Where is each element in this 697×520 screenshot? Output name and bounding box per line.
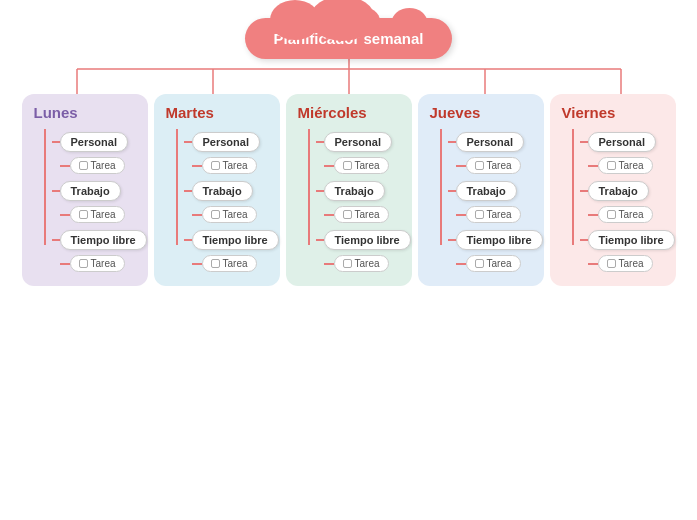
tree-lunes: Personal Tarea — [30, 129, 140, 276]
checkbox[interactable] — [211, 259, 220, 268]
tree-viernes: Personal Tarea — [558, 129, 668, 276]
main-title-cloud: Planificador semanal — [245, 18, 451, 59]
checkbox[interactable] — [343, 210, 352, 219]
day-title-viernes: Viernes — [558, 104, 616, 121]
task-tiempolibre-miercoles[interactable]: Tarea — [334, 255, 389, 272]
tree-miercoles: Personal Tarea — [294, 129, 404, 276]
day-title-lunes: Lunes — [30, 104, 78, 121]
task-personal-miercoles[interactable]: Tarea — [334, 157, 389, 174]
checkbox[interactable] — [607, 259, 616, 268]
task-trabajo-viernes[interactable]: Tarea — [598, 206, 653, 223]
node-trabajo: Trabajo — [60, 181, 121, 201]
checkbox[interactable] — [211, 210, 220, 219]
branch-personal-lunes: Personal Tarea — [38, 129, 128, 178]
node-trabajo-martes: Trabajo — [192, 181, 253, 201]
task-trabajo-martes[interactable]: Tarea — [202, 206, 257, 223]
task-trabajo-miercoles[interactable]: Tarea — [334, 206, 389, 223]
checkbox[interactable] — [475, 210, 484, 219]
day-title-martes: Martes — [162, 104, 214, 121]
node-tiempolibre-viernes: Tiempo libre — [588, 230, 675, 250]
columns-wrapper: Lunes Personal — [0, 94, 697, 286]
node-tiempolibre: Tiempo libre — [60, 230, 147, 250]
task-tiempolibre-lunes[interactable]: Tarea — [70, 255, 125, 272]
checkbox[interactable] — [607, 161, 616, 170]
top-section: Planificador semanal — [0, 18, 697, 94]
branch-trabajo-lunes: Trabajo Tarea — [38, 178, 125, 227]
checkbox[interactable] — [79, 210, 88, 219]
node-personal: Personal — [60, 132, 128, 152]
node-trabajo-jueves: Trabajo — [456, 181, 517, 201]
app-container: Planificador semanal Lunes — [0, 0, 697, 520]
task-trabajo-lunes[interactable]: Tarea — [70, 206, 125, 223]
task-personal-martes[interactable]: Tarea — [202, 157, 257, 174]
node-tiempolibre-miercoles: Tiempo libre — [324, 230, 411, 250]
node-personal-miercoles: Personal — [324, 132, 392, 152]
task-trabajo-jueves[interactable]: Tarea — [466, 206, 521, 223]
tree-jueves: Personal Tarea — [426, 129, 536, 276]
checkbox[interactable] — [607, 210, 616, 219]
task-personal-lunes[interactable]: Tarea — [70, 157, 125, 174]
column-lunes: Lunes Personal — [22, 94, 148, 286]
checkbox[interactable] — [343, 259, 352, 268]
node-trabajo-miercoles: Trabajo — [324, 181, 385, 201]
checkbox[interactable] — [475, 259, 484, 268]
task-tiempolibre-viernes[interactable]: Tarea — [598, 255, 653, 272]
task-personal-viernes[interactable]: Tarea — [598, 157, 653, 174]
column-viernes: Viernes Personal — [550, 94, 676, 286]
connector-lines — [9, 59, 689, 94]
task-personal-jueves[interactable]: Tarea — [466, 157, 521, 174]
checkbox[interactable] — [343, 161, 352, 170]
tree-martes: Personal Tarea — [162, 129, 272, 276]
column-martes: Martes Personal — [154, 94, 280, 286]
task-tiempolibre-martes[interactable]: Tarea — [202, 255, 257, 272]
cloud-bump2 — [392, 8, 427, 36]
checkbox[interactable] — [475, 161, 484, 170]
node-personal-jueves: Personal — [456, 132, 524, 152]
checkbox[interactable] — [79, 259, 88, 268]
checkbox[interactable] — [79, 161, 88, 170]
column-miercoles: Miércoles Personal — [286, 94, 412, 286]
column-jueves: Jueves Personal — [418, 94, 544, 286]
node-tiempolibre-martes: Tiempo libre — [192, 230, 279, 250]
day-title-miercoles: Miércoles — [294, 104, 367, 121]
node-trabajo-viernes: Trabajo — [588, 181, 649, 201]
node-personal-viernes: Personal — [588, 132, 656, 152]
checkbox[interactable] — [211, 161, 220, 170]
node-personal-martes: Personal — [192, 132, 260, 152]
branch-tiempolibre-lunes: Tiempo libre Tarea — [38, 227, 147, 276]
node-tiempolibre-jueves: Tiempo libre — [456, 230, 543, 250]
task-tiempolibre-jueves[interactable]: Tarea — [466, 255, 521, 272]
day-title-jueves: Jueves — [426, 104, 481, 121]
